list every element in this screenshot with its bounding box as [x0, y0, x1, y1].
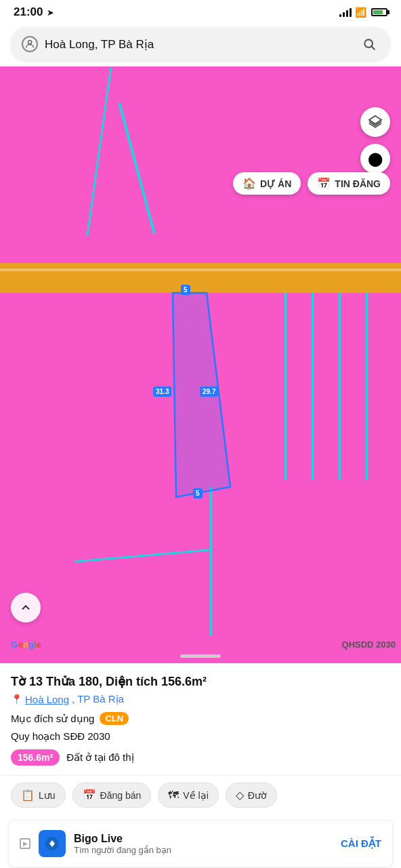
ve-lai-icon: 🗺: [168, 789, 179, 802]
luu-button[interactable]: 📋 Lưu: [11, 783, 66, 808]
property-location: 📍 Hoà Long , TP Bà Rịa: [11, 693, 390, 705]
layers-button[interactable]: [360, 107, 390, 137]
ve-lai-label: Về lại: [183, 790, 208, 801]
duong-icon: ◇: [236, 789, 244, 802]
ve-lai-button[interactable]: 🗺 Về lại: [158, 783, 218, 808]
ad-icon: [39, 830, 66, 857]
calendar-icon: 📅: [317, 177, 331, 190]
search-bar[interactable]: Hoà Long, TP Bà Rịa: [11, 27, 390, 61]
search-bar-container: Hoà Long, TP Bà Rịa: [0, 22, 401, 66]
location-arrow-icon: ➤: [47, 7, 54, 18]
location-link[interactable]: Hoà Long: [25, 694, 69, 705]
du-an-label: DỰ ÁN: [260, 178, 291, 189]
dim-left: 31.3: [153, 387, 171, 397]
dim-right: 29.7: [200, 387, 218, 397]
ad-marker: ▶: [20, 838, 30, 849]
ad-subtitle: Tìm người đang gần bạn: [74, 845, 333, 855]
status-bar: 21:00 ➤ 📶: [0, 0, 401, 22]
quy-hoach-row: Quy hoạch SĐĐ 2030: [11, 730, 390, 743]
filter-buttons-row: 🏠 DỰ ÁN 📅 TIN ĐĂNG: [222, 167, 401, 200]
dang-ban-button[interactable]: 📅 Đăng bán: [72, 783, 152, 808]
map-area[interactable]: 5 31.3 29.7 5 ⬤ Google QHSDD 2030: [0, 66, 401, 663]
avatar-icon: [22, 36, 38, 52]
svg-line-2: [372, 47, 375, 50]
ad-banner: ▶ Bigo Live Tìm người đang gần bạn CÀI Đ…: [8, 820, 393, 867]
home-icon: 🏠: [242, 177, 256, 190]
ad-cta-button[interactable]: CÀI ĐẶT: [341, 837, 381, 850]
expand-button[interactable]: [11, 593, 41, 623]
location-suffix: , TP Bà Rịa: [72, 693, 124, 705]
location-pin-icon: 📍: [11, 694, 22, 705]
search-input[interactable]: Hoà Long, TP Bà Rịa: [45, 37, 352, 52]
muc-dich-row: Mục đích sử dụng CLN: [11, 712, 390, 725]
tin-dang-label: TIN ĐĂNG: [335, 178, 381, 189]
svg-point-0: [28, 41, 31, 44]
parcel-overlay: [0, 66, 401, 663]
qhsdd-badge: QHSDD 2030: [342, 639, 396, 650]
bottom-panel: Tờ 13 Thửa 180, Diện tích 156.6m² 📍 Hoà …: [0, 663, 401, 766]
luu-icon: 📋: [21, 789, 35, 802]
luu-label: Lưu: [39, 790, 56, 801]
dim-top: 5: [181, 285, 190, 295]
area-badge: 156.6m²: [11, 749, 60, 766]
status-time: 21:00: [14, 5, 43, 19]
dang-ban-icon: 📅: [83, 789, 96, 802]
svg-point-1: [364, 39, 373, 47]
drag-handle[interactable]: [180, 654, 221, 658]
dang-ban-label: Đăng bán: [100, 790, 142, 801]
du-an-filter-button[interactable]: 🏠 DỰ ÁN: [233, 172, 301, 195]
land-type-text: Đất ở tại đô thị: [66, 751, 133, 764]
duong-button[interactable]: ◇ Đườ: [226, 783, 277, 808]
dim-bottom: 5: [193, 488, 203, 498]
muc-dich-label: Mục đích sử dụng: [11, 713, 94, 725]
signal-icon: [339, 7, 352, 17]
tin-dang-filter-button[interactable]: 📅 TIN ĐĂNG: [308, 172, 390, 195]
duong-label: Đườ: [248, 790, 267, 801]
battery-icon: [371, 8, 387, 16]
ad-content: Bigo Live Tìm người đang gần bạn: [74, 833, 333, 855]
search-button[interactable]: [359, 34, 379, 54]
cln-badge: CLN: [100, 712, 129, 725]
area-badge-row: 156.6m² Đất ở tại đô thị: [11, 749, 390, 766]
status-icons: 📶: [339, 7, 387, 18]
ad-title: Bigo Live: [74, 833, 333, 845]
actions-row: 📋 Lưu 📅 Đăng bán 🗺 Về lại ◇ Đườ: [0, 775, 401, 814]
wifi-icon: 📶: [355, 7, 366, 18]
property-title: Tờ 13 Thửa 180, Diện tích 156.6m²: [11, 674, 390, 689]
google-logo: Google: [11, 639, 41, 650]
